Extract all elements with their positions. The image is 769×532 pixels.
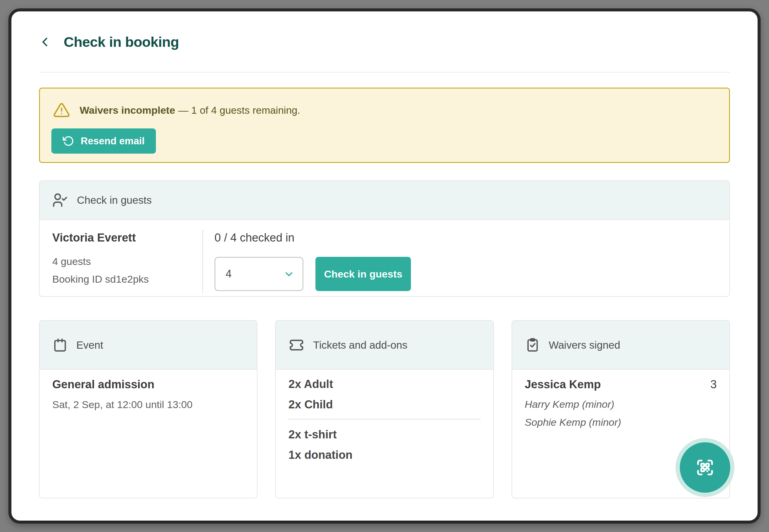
event-name: General admission [52,378,244,391]
header-divider [39,72,730,73]
desktop-background: { "page": { "title": "Check in booking" … [0,0,769,532]
guest-count-select[interactable]: 4 [215,257,303,291]
back-button[interactable] [39,34,52,50]
waiver-minor: Harry Kemp (minor) [525,398,717,411]
checked-in-progress: 0 / 4 checked in [215,231,411,244]
check-in-controls: 0 / 4 checked in 4 Check in guests [215,231,411,291]
chevron-left-icon [39,34,52,50]
check-in-guests-button-label: Check in guests [324,268,403,280]
resend-email-label: Resend email [81,135,145,147]
qr-scan-icon [695,457,716,478]
guest-info: Victoria Everett 4 guests Booking ID sd1… [52,231,149,291]
check-in-guests-title: Check in guests [77,194,152,206]
guest-count-select-value: 4 [226,268,232,280]
tickets-card: Tickets and add-ons 2x Adult 2x Child 2x… [275,320,493,498]
user-check-icon [52,192,68,208]
tickets-card-title: Tickets and add-ons [313,339,407,351]
chevron-down-icon [283,268,295,280]
addon-item: 2x t-shirt [288,427,480,442]
event-time: Sat, 2 Sep, at 12:00 until 13:00 [52,399,244,410]
tickets-card-header: Tickets and add-ons [276,321,493,370]
check-in-guests-body: Victoria Everett 4 guests Booking ID sd1… [40,220,729,296]
check-in-actions-row: 4 Check in guests [215,257,411,291]
event-card-title: Event [76,339,103,351]
rotate-ccw-icon [63,135,74,147]
waiver-signer-name: Jessica Kemp [525,378,601,391]
warning-title: Waivers incomplete [80,104,175,116]
event-card-header: Event [40,321,257,370]
page-title: Check in booking [64,34,179,50]
guest-name: Victoria Everett [52,231,149,244]
check-in-booking-window: Check in booking Waivers incomplete— 1 o… [8,8,761,524]
check-in-guests-header: Check in guests [40,181,729,220]
event-card-body: General admission Sat, 2 Sep, at 12:00 u… [40,370,257,410]
page-header: Check in booking [39,34,179,50]
resend-email-button[interactable]: Resend email [51,128,156,154]
calendar-icon [52,337,68,353]
warning-detail: — 1 of 4 guests remaining. [178,104,300,116]
waiver-signer-row: Jessica Kemp 3 [525,378,717,391]
waivers-warning-banner: Waivers incomplete— 1 of 4 guests remain… [39,88,730,163]
warning-message-row: Waivers incomplete— 1 of 4 guests remain… [53,102,300,119]
waivers-card-header: Waivers signed [512,321,729,370]
ticket-icon [288,337,305,353]
ticket-item: 2x Adult [288,377,480,391]
waiver-minor: Sophie Kemp (minor) [525,416,717,429]
event-card: Event General admission Sat, 2 Sep, at 1… [39,320,258,498]
booking-id: Booking ID sd1e2pks [52,273,149,285]
tickets-card-body: 2x Adult 2x Child 2x t-shirt 1x donation [276,370,493,462]
clipboard-check-icon [525,337,540,353]
vertical-divider [203,230,203,293]
waivers-card-body: Jessica Kemp 3 Harry Kemp (minor) Sophie… [512,370,729,429]
tickets-divider [288,419,480,419]
check-in-guests-button[interactable]: Check in guests [315,257,411,291]
booking-detail-cards: Event General admission Sat, 2 Sep, at 1… [39,320,730,498]
ticket-item: 2x Child [288,397,480,412]
qr-scan-button[interactable] [680,442,730,493]
waiver-count: 3 [710,378,717,391]
guest-count: 4 guests [52,256,149,267]
addon-item: 1x donation [288,448,480,462]
check-in-guests-panel: Check in guests Victoria Everett 4 guest… [39,180,730,297]
warning-text: Waivers incomplete— 1 of 4 guests remain… [80,104,300,116]
alert-triangle-icon [53,102,70,119]
waivers-card-title: Waivers signed [549,339,620,351]
